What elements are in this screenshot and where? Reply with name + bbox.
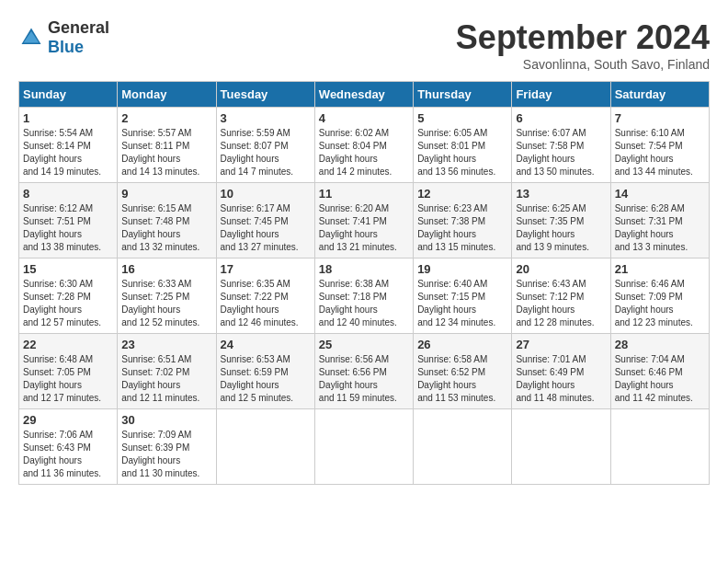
day-number: 3 — [221, 111, 311, 125]
calendar-cell: 30 Sunrise: 7:09 AM Sunset: 6:39 PM Dayl… — [118, 409, 216, 485]
calendar-cell — [610, 409, 709, 485]
title-section: September 2024 Savonlinna, South Savo, F… — [456, 18, 710, 72]
calendar-cell: 20 Sunrise: 6:43 AM Sunset: 7:12 PM Dayl… — [512, 259, 610, 334]
calendar-cell: 26 Sunrise: 6:58 AM Sunset: 6:52 PM Dayl… — [414, 334, 512, 409]
calendar-cell: 22 Sunrise: 6:48 AM Sunset: 7:05 PM Dayl… — [19, 334, 118, 409]
day-info: Sunrise: 6:05 AM Sunset: 8:01 PM Dayligh… — [417, 127, 507, 178]
header-saturday: Saturday — [610, 82, 709, 108]
calendar-cell: 4 Sunrise: 6:02 AM Sunset: 8:04 PM Dayli… — [314, 108, 413, 183]
day-info: Sunrise: 6:56 AM Sunset: 6:56 PM Dayligh… — [319, 353, 409, 405]
day-number: 22 — [23, 338, 113, 351]
header-tuesday: Tuesday — [216, 82, 314, 108]
day-number: 4 — [319, 111, 409, 125]
day-number: 15 — [23, 262, 113, 276]
day-info: Sunrise: 6:17 AM Sunset: 7:45 PM Dayligh… — [221, 202, 311, 254]
page-header: General Blue September 2024 Savonlinna, … — [18, 18, 710, 72]
day-info: Sunrise: 6:28 AM Sunset: 7:31 PM Dayligh… — [615, 202, 705, 254]
day-info: Sunrise: 6:48 AM Sunset: 7:05 PM Dayligh… — [23, 353, 113, 405]
calendar-cell: 5 Sunrise: 6:05 AM Sunset: 8:01 PM Dayli… — [414, 108, 512, 183]
day-number: 9 — [121, 187, 211, 201]
calendar-cell: 15 Sunrise: 6:30 AM Sunset: 7:28 PM Dayl… — [19, 259, 118, 334]
logo: General Blue — [18, 18, 109, 57]
day-number: 6 — [516, 111, 606, 125]
day-info: Sunrise: 6:12 AM Sunset: 7:51 PM Dayligh… — [23, 202, 113, 254]
logo-text: General Blue — [48, 18, 109, 57]
calendar-cell — [216, 409, 314, 485]
header-friday: Friday — [512, 82, 610, 108]
calendar-cell: 25 Sunrise: 6:56 AM Sunset: 6:56 PM Dayl… — [314, 334, 413, 409]
location-subtitle: Savonlinna, South Savo, Finland — [456, 57, 710, 72]
calendar-table: Sunday Monday Tuesday Wednesday Thursday… — [18, 81, 710, 485]
calendar-cell: 1 Sunrise: 5:54 AM Sunset: 8:14 PM Dayli… — [19, 108, 118, 183]
calendar-cell: 3 Sunrise: 5:59 AM Sunset: 8:07 PM Dayli… — [216, 108, 314, 183]
header-wednesday: Wednesday — [314, 82, 413, 108]
day-info: Sunrise: 6:15 AM Sunset: 7:48 PM Dayligh… — [121, 202, 211, 254]
calendar-cell: 18 Sunrise: 6:38 AM Sunset: 7:18 PM Dayl… — [314, 259, 413, 334]
day-info: Sunrise: 6:51 AM Sunset: 7:02 PM Dayligh… — [121, 353, 211, 405]
day-info: Sunrise: 6:38 AM Sunset: 7:18 PM Dayligh… — [319, 278, 409, 329]
day-info: Sunrise: 6:07 AM Sunset: 7:58 PM Dayligh… — [516, 127, 606, 178]
calendar-cell: 29 Sunrise: 7:06 AM Sunset: 6:43 PM Dayl… — [19, 409, 118, 485]
day-info: Sunrise: 5:57 AM Sunset: 8:11 PM Dayligh… — [121, 127, 211, 178]
calendar-week-1: 1 Sunrise: 5:54 AM Sunset: 8:14 PM Dayli… — [19, 108, 710, 183]
calendar-cell: 21 Sunrise: 6:46 AM Sunset: 7:09 PM Dayl… — [610, 259, 709, 334]
calendar-week-4: 22 Sunrise: 6:48 AM Sunset: 7:05 PM Dayl… — [19, 334, 710, 409]
day-number: 11 — [319, 187, 409, 201]
calendar-week-5: 29 Sunrise: 7:06 AM Sunset: 6:43 PM Dayl… — [19, 409, 710, 485]
day-number: 19 — [417, 262, 507, 276]
header-monday: Monday — [118, 82, 216, 108]
day-info: Sunrise: 6:40 AM Sunset: 7:15 PM Dayligh… — [417, 278, 507, 329]
day-number: 27 — [516, 338, 606, 351]
calendar-cell: 9 Sunrise: 6:15 AM Sunset: 7:48 PM Dayli… — [118, 183, 216, 259]
month-title: September 2024 — [456, 18, 710, 57]
calendar-cell: 23 Sunrise: 6:51 AM Sunset: 7:02 PM Dayl… — [118, 334, 216, 409]
day-number: 20 — [516, 262, 606, 276]
calendar-cell: 24 Sunrise: 6:53 AM Sunset: 6:59 PM Dayl… — [216, 334, 314, 409]
day-info: Sunrise: 6:35 AM Sunset: 7:22 PM Dayligh… — [221, 278, 311, 329]
calendar-week-3: 15 Sunrise: 6:30 AM Sunset: 7:28 PM Dayl… — [19, 259, 710, 334]
day-number: 16 — [121, 262, 211, 276]
day-info: Sunrise: 6:53 AM Sunset: 6:59 PM Dayligh… — [221, 353, 311, 405]
calendar-cell: 8 Sunrise: 6:12 AM Sunset: 7:51 PM Dayli… — [19, 183, 118, 259]
day-number: 1 — [23, 111, 113, 125]
day-number: 12 — [417, 187, 507, 201]
day-number: 25 — [319, 338, 409, 351]
logo-blue: Blue — [48, 38, 84, 56]
header-thursday: Thursday — [414, 82, 512, 108]
day-number: 26 — [417, 338, 507, 351]
logo-icon — [18, 25, 44, 51]
calendar-cell: 6 Sunrise: 6:07 AM Sunset: 7:58 PM Dayli… — [512, 108, 610, 183]
calendar-cell: 13 Sunrise: 6:25 AM Sunset: 7:35 PM Dayl… — [512, 183, 610, 259]
calendar-cell: 28 Sunrise: 7:04 AM Sunset: 6:46 PM Dayl… — [610, 334, 709, 409]
day-number: 24 — [221, 338, 311, 351]
day-info: Sunrise: 6:30 AM Sunset: 7:28 PM Dayligh… — [23, 278, 113, 329]
day-info: Sunrise: 5:54 AM Sunset: 8:14 PM Dayligh… — [23, 127, 113, 178]
day-number: 7 — [615, 111, 705, 125]
day-number: 8 — [23, 187, 113, 201]
calendar-cell — [414, 409, 512, 485]
day-info: Sunrise: 7:06 AM Sunset: 6:43 PM Dayligh… — [23, 429, 113, 480]
calendar-cell: 19 Sunrise: 6:40 AM Sunset: 7:15 PM Dayl… — [414, 259, 512, 334]
day-info: Sunrise: 6:58 AM Sunset: 6:52 PM Dayligh… — [417, 353, 507, 405]
day-number: 29 — [23, 413, 113, 427]
day-number: 23 — [121, 338, 211, 351]
calendar-cell: 11 Sunrise: 6:20 AM Sunset: 7:41 PM Dayl… — [314, 183, 413, 259]
calendar-cell — [512, 409, 610, 485]
day-number: 21 — [615, 262, 705, 276]
day-info: Sunrise: 6:10 AM Sunset: 7:54 PM Dayligh… — [615, 127, 705, 178]
day-info: Sunrise: 7:01 AM Sunset: 6:49 PM Dayligh… — [516, 353, 606, 405]
calendar-header-row: Sunday Monday Tuesday Wednesday Thursday… — [19, 82, 710, 108]
day-info: Sunrise: 6:20 AM Sunset: 7:41 PM Dayligh… — [319, 202, 409, 254]
day-number: 17 — [221, 262, 311, 276]
header-sunday: Sunday — [19, 82, 118, 108]
calendar-cell: 10 Sunrise: 6:17 AM Sunset: 7:45 PM Dayl… — [216, 183, 314, 259]
day-number: 30 — [121, 413, 211, 427]
day-number: 5 — [417, 111, 507, 125]
calendar-cell: 17 Sunrise: 6:35 AM Sunset: 7:22 PM Dayl… — [216, 259, 314, 334]
calendar-cell: 27 Sunrise: 7:01 AM Sunset: 6:49 PM Dayl… — [512, 334, 610, 409]
day-number: 28 — [615, 338, 705, 351]
day-number: 14 — [615, 187, 705, 201]
day-number: 2 — [121, 111, 211, 125]
day-number: 13 — [516, 187, 606, 201]
calendar-cell: 2 Sunrise: 5:57 AM Sunset: 8:11 PM Dayli… — [118, 108, 216, 183]
